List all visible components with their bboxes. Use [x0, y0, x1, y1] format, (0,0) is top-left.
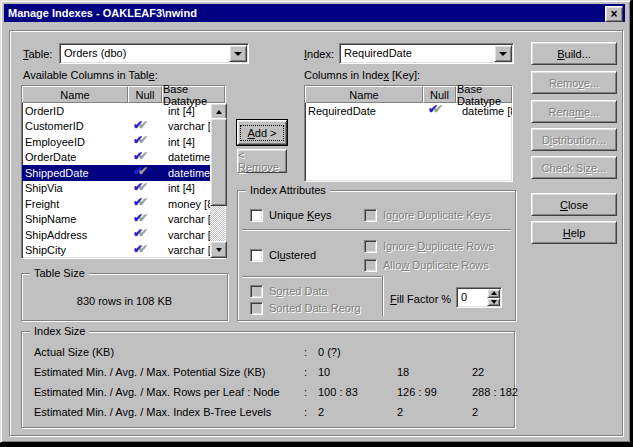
list-header: Name Null Base Datatype: [22, 86, 225, 103]
null-check-icon: ✔✔: [128, 150, 162, 166]
table-row[interactable]: EmployeeID ✔✔ int [4]: [22, 134, 210, 150]
index-attributes-group: Index Attributes Unique Keys Ignore Dupl…: [237, 190, 516, 321]
stat-row-btree-levels: Estimated Min. / Avg. / Max. Index B-Tre…: [34, 406, 508, 419]
null-check-icon: ✔✔: [128, 165, 162, 181]
fill-factor-input[interactable]: 0: [456, 287, 502, 308]
scrollbar[interactable]: [210, 103, 225, 258]
remove-index-button-label: Remove...: [549, 77, 599, 89]
table-row[interactable]: ShipVia ✔✔ int [4]: [22, 181, 210, 197]
rename-button[interactable]: Rename...: [531, 100, 617, 123]
remove-column-button-label: < Remove: [238, 149, 286, 173]
checkbox-icon[interactable]: [250, 302, 263, 315]
table-row[interactable]: RequiredDate ✔✔ datetime [8]: [305, 103, 512, 119]
ignore-duplicate-keys-checkbox[interactable]: Ignore Duplicate Keys: [364, 208, 491, 222]
stat-value: 18: [397, 366, 409, 378]
close-dialog-button[interactable]: Close: [531, 193, 617, 216]
cell-name: ShipVia: [22, 182, 128, 194]
build-button-label: Build...: [557, 48, 591, 60]
index-columns-list[interactable]: Name Null Base Datatype RequiredDate ✔✔ …: [304, 85, 513, 182]
spin-down-button[interactable]: [487, 298, 500, 307]
column-header-null[interactable]: Null: [423, 86, 456, 103]
distribution-button[interactable]: Distribution...: [531, 128, 617, 151]
allow-duplicate-rows-label: Allow Duplicate Rows: [383, 259, 489, 271]
checkbox-icon[interactable]: [364, 240, 377, 253]
table-select[interactable]: Orders (dbo): [59, 43, 249, 64]
cell-datatype: int [4]: [162, 136, 210, 148]
stat-label: Estimated Min. / Avg. / Max. Rows per Le…: [34, 386, 280, 398]
null-check-icon: ✔✔: [128, 196, 162, 212]
sorted-data-reorg-checkbox[interactable]: Sorted Data Reorg: [250, 301, 361, 315]
cell-name: ShipCity: [22, 244, 128, 256]
null-check-icon: ✔✔: [128, 212, 162, 228]
sorted-data-label: Sorted Data: [269, 285, 328, 297]
list-body: OrderID ✔✔ int [4] CustomerID ✔✔ varchar…: [22, 103, 210, 258]
table-row[interactable]: ShipAddress ✔✔ varchar [60]: [22, 227, 210, 243]
column-header-datatype[interactable]: Base Datatype: [456, 86, 512, 103]
cell-datatype: datetime [8]: [162, 167, 210, 179]
table-select-dropdown-button[interactable]: [229, 45, 247, 62]
manage-indexes-dialog: Manage Indexes - OAKLEAF3\nwind × Table:…: [0, 0, 631, 443]
check-size-button[interactable]: Check Size...: [531, 156, 617, 179]
checkbox-icon[interactable]: [364, 259, 377, 272]
stat-value: 126 : 99: [397, 386, 437, 398]
table-row[interactable]: CustomerID ✔✔ varchar [5]: [22, 119, 210, 135]
table-size-text: 830 rows in 108 KB: [22, 295, 227, 307]
title-bar[interactable]: Manage Indexes - OAKLEAF3\nwind ×: [4, 4, 625, 22]
column-header-name[interactable]: Name: [305, 86, 423, 103]
remove-index-button[interactable]: Remove...: [531, 71, 617, 94]
column-header-name[interactable]: Name: [22, 86, 128, 103]
table-row[interactable]: Freight ✔✔ money [8]: [22, 196, 210, 212]
divider: [242, 276, 382, 278]
table-row-selected[interactable]: ShippedDate ✔✔ datetime [8]: [22, 165, 210, 181]
stat-label: Actual Size (KB): [34, 346, 114, 358]
column-header-null[interactable]: Null: [128, 86, 162, 103]
checkbox-icon[interactable]: [364, 209, 377, 222]
cell-datatype: money [8]: [162, 198, 210, 210]
unique-keys-checkbox[interactable]: Unique Keys: [250, 208, 331, 222]
chevron-down-icon: [234, 52, 242, 56]
index-select-dropdown-button[interactable]: [494, 45, 512, 62]
ignore-duplicate-keys-label: Ignore Duplicate Keys: [383, 209, 491, 221]
table-row[interactable]: ShipName ✔✔ varchar [40]: [22, 212, 210, 228]
close-button[interactable]: ×: [605, 6, 623, 22]
help-button-label: Help: [563, 227, 586, 239]
column-header-datatype[interactable]: Base Datatype: [162, 86, 225, 103]
cell-name: EmployeeID: [22, 136, 128, 148]
remove-column-button[interactable]: < Remove: [237, 149, 287, 173]
add-button[interactable]: Add >: [237, 120, 287, 145]
clustered-checkbox[interactable]: Clustered: [250, 248, 316, 262]
scroll-down-button[interactable]: [210, 241, 227, 258]
stat-row-potential-size: Estimated Min. / Avg. / Max. Potential S…: [34, 366, 508, 379]
available-columns-list[interactable]: Name Null Base Datatype OrderID ✔✔ int […: [21, 85, 226, 259]
scroll-thumb[interactable]: [210, 118, 227, 206]
cell-name: CustomerID: [22, 120, 128, 132]
cell-datatype: datetime [8]: [456, 105, 512, 117]
table-row[interactable]: OrderID ✔✔ int [4]: [22, 103, 210, 119]
checkbox-icon[interactable]: [250, 285, 263, 298]
null-check-icon: ✔✔: [128, 243, 162, 259]
checkbox-icon[interactable]: [250, 209, 263, 222]
stat-value: 22: [472, 366, 484, 378]
table-row[interactable]: OrderDate ✔✔ datetime [8]: [22, 150, 210, 166]
cell-name: ShippedDate: [22, 167, 128, 179]
checkbox-icon[interactable]: [250, 249, 263, 262]
stat-separator: :: [304, 406, 307, 418]
table-row[interactable]: ShipCity ✔✔ varchar [15]: [22, 243, 210, 259]
sorted-data-reorg-label: Sorted Data Reorg: [269, 302, 361, 314]
build-button[interactable]: Build...: [531, 42, 617, 65]
help-button[interactable]: Help: [531, 221, 617, 244]
arrow-down-icon: [216, 248, 222, 252]
ignore-duplicate-rows-checkbox[interactable]: Ignore Duplicate Rows: [364, 239, 494, 253]
cell-datatype: varchar [15]: [162, 244, 210, 256]
cell-name: OrderDate: [22, 151, 128, 163]
fill-factor-label: Fill Factor %: [390, 293, 451, 305]
allow-duplicate-rows-checkbox[interactable]: Allow Duplicate Rows: [364, 258, 489, 272]
index-select-value: RequiredDate: [344, 47, 412, 59]
clustered-label: Clustered: [269, 249, 316, 261]
index-select[interactable]: RequiredDate: [339, 43, 514, 64]
stat-value: 2: [318, 406, 324, 418]
chevron-down-icon: [499, 52, 507, 56]
sorted-data-checkbox[interactable]: Sorted Data: [250, 284, 328, 298]
spin-up-button[interactable]: [487, 289, 500, 298]
divider: [382, 276, 384, 316]
